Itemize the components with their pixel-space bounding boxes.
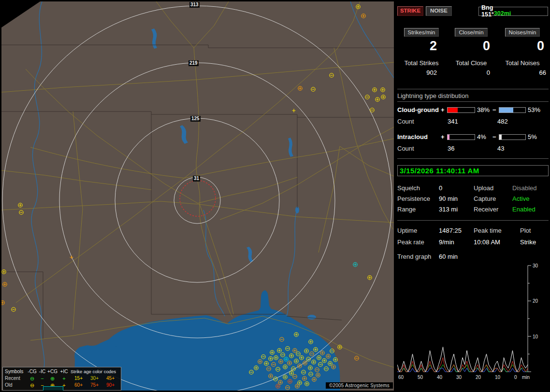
close-per-min-label: Close/min [455,28,487,37]
persistence-label: Persistence [397,195,439,202]
uptime-value: 1487:25 [439,227,474,234]
neg-cg-old-icon: ⊖ [27,382,37,389]
cloud-ground-counts: Count 341 482 [397,118,550,125]
age-code: 15+ [71,375,87,382]
settings-grid: Squelch 0 Upload Disabled Persistence 90… [397,184,550,213]
divider [397,89,549,89]
trend-chart: 3020106050403020100min [397,263,550,383]
rate-labels-row: Strikes/min Close/min Noises/min [397,28,550,37]
pos-cg-recent-icon: ⊕ [47,375,58,382]
neg-ic-recent-icon: − [37,375,47,382]
ic-plus-bar [447,134,475,140]
small-lake [107,342,116,348]
squelch-value: 0 [439,184,474,192]
ic-minus-count: 43 [497,145,550,152]
total-strikes-value: 902 [397,69,446,76]
map-scale-chip [43,386,63,391]
cg-plus-bar [447,107,475,113]
app-window: 313 219 125 31 Symbols -CG -IC +CG +IC S… [0,0,550,392]
receiver-label: Receiver [474,206,512,213]
range-label: Range [397,206,439,213]
plot-label: Plot [520,227,550,234]
mode-toolbar: STRIKE NOISE Bng 151° 302mi [397,6,550,16]
range-value: 313 mi [439,206,474,213]
uptime-label: Uptime [397,227,439,234]
trend-graph-row: Trend graph 60 min [397,253,550,260]
receiver-status: Enabled [512,206,550,213]
intracloud-counts: Count 36 43 [397,145,550,152]
cg-minus-count: 482 [497,118,550,125]
peak-time-label: Peak time [474,227,520,234]
status-panel: STRIKE NOISE Bng 151° 302mi Strikes/min … [395,0,550,392]
total-close-value: 0 [446,69,497,76]
svg-text:30: 30 [456,375,462,380]
total-noises-value: 66 [497,69,548,76]
age-code: 90+ [102,382,118,389]
minus-sign: − [492,106,499,113]
age-code: 60+ [71,382,87,389]
map-canvas [1,1,394,391]
close-per-min-value: 0 [446,39,497,53]
status-grid: Uptime 1487:25 Peak time Plot Peak rate … [397,227,550,246]
divider [397,158,549,159]
range-ring-label: 125 [190,116,201,122]
total-noises-label: Total Noises [497,59,548,67]
plus-sign: + [441,106,447,113]
cg-minus-percent: 53% [526,106,550,113]
cg-plus-percent: 38% [475,106,492,113]
svg-text:min: min [522,375,530,380]
legend-row-recent: Recent [5,375,27,382]
age-code: 30+ [87,375,102,382]
totals-labels-row: Total Strikes Total Close Total Noises [397,59,550,67]
datetime-display: 3/15/2026 11:40:11 AM [397,165,549,176]
legend-row-old: Old [5,382,27,389]
divider [397,101,549,102]
svg-text:10: 10 [533,334,538,339]
peak-time-value: 10:08 AM [474,238,520,246]
noise-mode-button[interactable]: NOISE [426,6,452,16]
cloud-ground-label: Cloud-ground [397,106,441,113]
cg-minus-bar [499,107,526,113]
plot-value: Strike [520,238,550,246]
svg-text:20: 20 [533,298,538,304]
legend-col-neg-cg: -CG [27,368,37,375]
upload-status: Disabled [512,184,550,192]
upload-label: Upload [474,184,512,192]
range-ring-label: 219 [188,60,199,66]
neg-cg-recent-icon: ⊖ [27,375,37,382]
plus-sign: + [441,133,447,140]
range-ring-label: 31 [193,176,200,182]
strikes-per-min-value: 2 [397,39,446,53]
strikes-per-min-label: Strikes/min [404,28,439,37]
lightning-map[interactable]: 313 219 125 31 Symbols -CG -IC +CG +IC S… [1,1,394,391]
age-code: 45+ [102,375,118,382]
range-ring-label: 313 [189,2,200,8]
strike-mode-button[interactable]: STRIKE [397,6,423,16]
legend-symbols-title: Symbols [5,368,27,375]
svg-text:0: 0 [514,375,517,380]
peak-rate-label: Peak rate [397,238,439,246]
cg-plus-count: 341 [448,118,497,125]
copyright-text: ©2005 Astrogenic Systems [326,382,393,389]
svg-text:40: 40 [437,375,443,380]
bearing-value: Bng 151° [481,4,494,18]
legend-age-title: Strike age color codes [71,368,118,375]
bearing-display: Bng 151° 302mi [478,7,548,16]
capture-status: Active [512,195,550,202]
svg-text:60: 60 [398,375,404,380]
distribution-title: Lightning type distribution [397,92,550,99]
count-label: Count [397,145,448,152]
minus-sign: − [492,133,499,140]
squelch-label: Squelch [397,184,439,192]
legend-col-pos-ic: +IC [58,368,71,375]
trend-graph-window: 60 min [439,253,550,260]
trend-graph-label: Trend graph [397,253,439,260]
svg-text:50: 50 [418,375,423,380]
distance-value: 302mi [494,10,550,17]
divider [397,220,549,221]
ic-minus-percent: 5% [526,133,550,140]
ic-plus-percent: 4% [475,133,492,140]
noises-per-min-label: Noises/min [505,28,540,37]
legend-col-pos-cg: +CG [47,368,58,375]
svg-text:30: 30 [533,263,538,268]
